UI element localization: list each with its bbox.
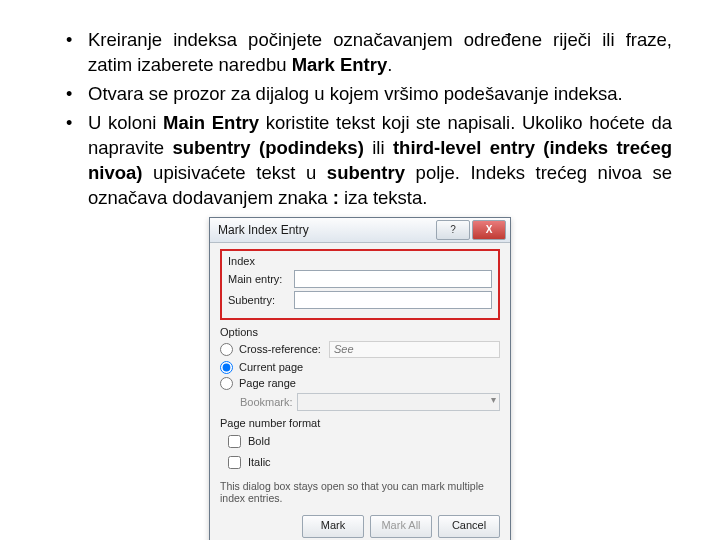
cancel-button[interactable]: Cancel [438,515,500,538]
dialog-titlebar: Mark Index Entry ? X [210,218,510,243]
cross-reference-radio[interactable] [220,343,233,356]
mark-index-entry-dialog: Mark Index Entry ? X Index Main entry: S… [209,217,511,540]
current-page-radio[interactable] [220,361,233,374]
index-highlight-box: Index Main entry: Subentry: [220,249,500,320]
bold-text: Main Entry [163,112,259,133]
dialog-hint: This dialog box stays open so that you c… [220,480,500,505]
close-button[interactable]: X [472,220,506,240]
subentry-label: Subentry: [228,294,290,306]
main-entry-input[interactable] [294,270,492,288]
bookmark-row: Bookmark: [240,393,500,411]
main-entry-label: Main entry: [228,273,290,285]
options-section-label: Options [220,326,500,338]
bold-checkbox[interactable] [228,435,241,448]
cross-reference-label: Cross-reference: [239,343,321,355]
bold-row: Bold [224,432,500,451]
main-entry-row: Main entry: [228,270,492,288]
bold-text: subentry [327,162,405,183]
subentry-row: Subentry: [228,291,492,309]
page-range-row: Page range [220,377,500,390]
dialog-title: Mark Index Entry [218,223,434,237]
mark-button[interactable]: Mark [302,515,364,538]
cross-reference-row: Cross-reference: See [220,341,500,358]
current-page-row: Current page [220,361,500,374]
bullet-item: U koloni Main Entry koristite tekst koji… [70,111,672,211]
page-range-label: Page range [239,377,296,389]
bullet-list: Kreiranje indeksa počinjete označavanjem… [40,28,680,211]
text: . [387,54,392,75]
text: upisivaćete tekst u [142,162,326,183]
italic-checkbox[interactable] [228,456,241,469]
cross-reference-value[interactable]: See [329,341,500,358]
text: Otvara se prozor za dijalog u kojem vrši… [88,83,623,104]
subentry-input[interactable] [294,291,492,309]
current-page-label: Current page [239,361,303,373]
italic-row: Italic [224,453,500,472]
dialog-button-row: Mark Mark All Cancel [220,515,500,538]
bold-text: subentry (podindeks) [172,137,363,158]
page-format-section-label: Page number format [220,417,500,429]
bullet-item: Otvara se prozor za dijalog u kojem vrši… [70,82,672,107]
index-section-label: Index [228,255,492,267]
italic-label: Italic [248,456,271,468]
bold-text: Mark Entry [292,54,388,75]
bullet-item: Kreiranje indeksa počinjete označavanjem… [70,28,672,78]
bookmark-combo[interactable] [297,393,500,411]
text: ili [364,137,393,158]
bold-label: Bold [248,435,270,447]
text: U koloni [88,112,163,133]
dialog-body: Index Main entry: Subentry: Options Cros… [210,243,510,540]
bookmark-label: Bookmark: [240,396,293,408]
help-icon: ? [450,224,456,235]
page-range-radio[interactable] [220,377,233,390]
close-icon: X [486,224,493,235]
text: iza teksta. [339,187,427,208]
mark-all-button[interactable]: Mark All [370,515,432,538]
help-button[interactable]: ? [436,220,470,240]
